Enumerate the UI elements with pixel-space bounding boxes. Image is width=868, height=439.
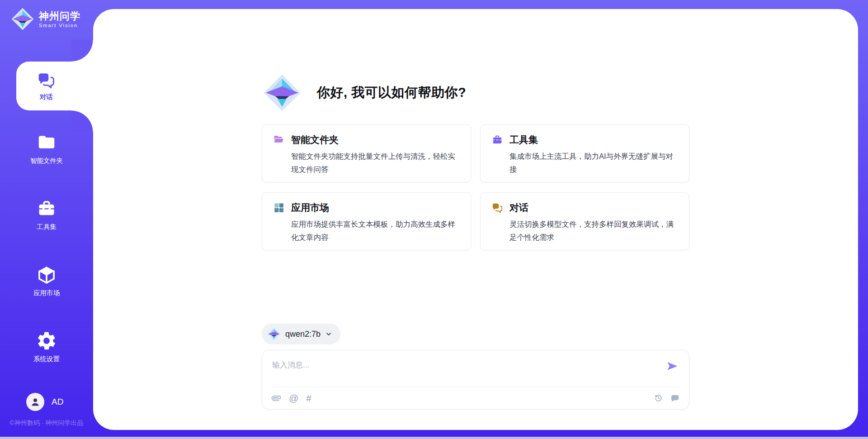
card-description: 灵活切换多模型文件，支持多样回复效果调试，满足个性化需求 <box>509 218 678 244</box>
greeting-text: 你好, 我可以如何帮助你? <box>317 84 466 102</box>
gear-icon <box>36 330 57 351</box>
composer-toolbar: @ # <box>262 387 689 409</box>
sidebar-item-label: 对话 <box>40 93 53 101</box>
mention-icon[interactable]: @ <box>289 393 298 403</box>
topic-icon[interactable]: # <box>306 393 311 403</box>
brand-diamond-icon <box>11 7 34 31</box>
sidebar-item-smart-folder[interactable]: 智能文件夹 <box>0 132 93 165</box>
user-name: AD <box>52 397 63 407</box>
chevron-down-icon <box>325 330 332 338</box>
model-selector[interactable]: qwen2:7b <box>262 324 340 344</box>
folder-icon <box>36 132 57 153</box>
card-title: 对话 <box>509 201 528 214</box>
active-tab-bottom-curve <box>71 110 93 132</box>
sidebar-item-label: 系统设置 <box>33 355 60 363</box>
active-tab-top-curve <box>71 40 93 62</box>
model-name: qwen2:7b <box>285 329 321 339</box>
card-title: 工具集 <box>509 134 538 146</box>
user-profile[interactable]: AD <box>26 393 63 411</box>
brand-diamond-icon <box>267 327 281 341</box>
toolbox-icon <box>491 134 503 146</box>
app-window: 神州问学 Smart Vision 对话 智能文件夹 工具集 <box>0 0 868 439</box>
card-description: 智能文件夹功能支持批量文件上传与清洗，轻松实现文件问答 <box>291 150 460 176</box>
brand-logo: 神州问学 Smart Vision <box>11 7 80 31</box>
sidebar-item-settings[interactable]: 系统设置 <box>0 330 93 363</box>
main-panel: 你好, 我可以如何帮助你? 智能文件夹 智能文件夹功能支持批量文件上传与清洗，轻… <box>93 9 858 430</box>
message-icon[interactable] <box>670 393 680 403</box>
folder-open-icon <box>273 134 285 146</box>
card-toolset[interactable]: 工具集 集成市场上主流工具，助力AI与外界无缝扩展与对接 <box>480 124 689 182</box>
brand-diamond-icon <box>263 73 302 112</box>
brand-title: 神州问学 <box>39 10 80 22</box>
person-icon <box>30 396 41 407</box>
sidebar-item-toolset[interactable]: 工具集 <box>0 198 93 231</box>
chat-bubbles-icon <box>491 202 503 214</box>
cube-icon <box>36 264 57 285</box>
avatar <box>26 393 44 411</box>
card-description: 集成市场上主流工具，助力AI与外界无缝扩展与对接 <box>509 150 678 176</box>
card-title: 应用市场 <box>291 201 329 214</box>
window-bottom-edge <box>0 437 868 439</box>
toolbox-icon <box>36 198 57 219</box>
message-input[interactable] <box>262 350 689 387</box>
sidebar-item-app-market[interactable]: 应用市场 <box>0 264 93 297</box>
message-composer: @ # <box>262 350 689 410</box>
sidebar-item-label: 智能文件夹 <box>30 157 63 165</box>
card-app-market[interactable]: 应用市场 应用市场提供丰富长文本模板，助力高效生成多样化文章内容 <box>262 192 471 250</box>
sidebar: 神州问学 Smart Vision 对话 智能文件夹 工具集 <box>0 0 93 439</box>
shortcut-cards: 智能文件夹 智能文件夹功能支持批量文件上传与清洗，轻松实现文件问答 工具集 集成… <box>262 124 689 250</box>
history-icon[interactable] <box>654 393 663 403</box>
card-description: 应用市场提供丰富长文本模板，助力高效生成多样化文章内容 <box>291 218 460 244</box>
sidebar-footer: ©神州数码 · 神州问学出品 <box>0 419 93 427</box>
card-smart-folder[interactable]: 智能文件夹 智能文件夹功能支持批量文件上传与清洗，轻松实现文件问答 <box>262 124 471 182</box>
chat-bubbles-icon <box>37 71 56 90</box>
send-icon[interactable] <box>665 359 679 373</box>
brand-subtitle: Smart Vision <box>39 23 80 28</box>
sidebar-item-label: 工具集 <box>37 223 57 231</box>
sidebar-item-chat[interactable]: 对话 <box>16 62 96 110</box>
paperclip-icon[interactable] <box>271 393 281 403</box>
card-title: 智能文件夹 <box>291 134 339 146</box>
grid-icon <box>273 202 285 214</box>
card-chat[interactable]: 对话 灵活切换多模型文件，支持多样回复效果调试，满足个性化需求 <box>480 192 689 250</box>
greeting-block: 你好, 我可以如何帮助你? <box>262 73 689 112</box>
sidebar-item-label: 应用市场 <box>33 289 60 297</box>
